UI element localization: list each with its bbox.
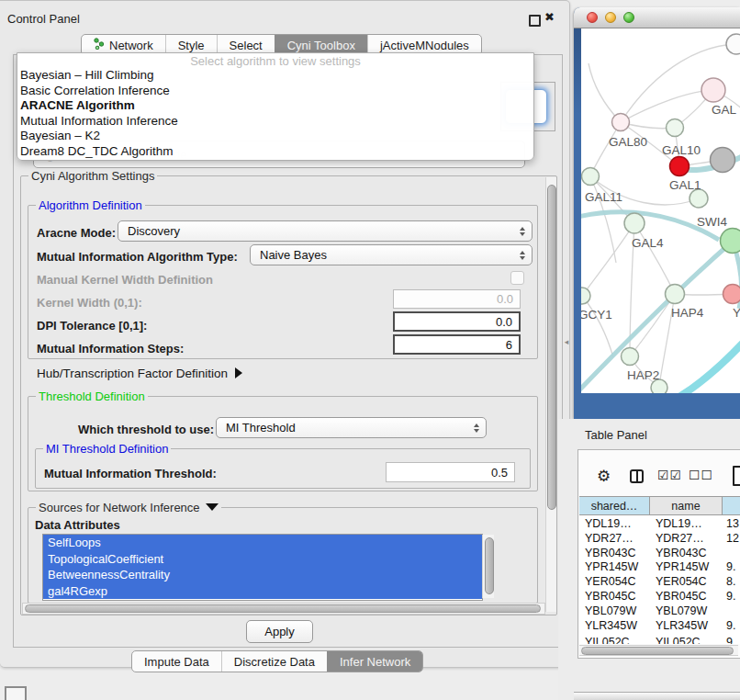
dropdown-item-selected[interactable]: ARACNE Algorithm bbox=[17, 98, 533, 114]
collapse-down-icon[interactable] bbox=[206, 503, 219, 511]
bottom-panel-edge bbox=[574, 692, 740, 700]
node-label: HAP2 bbox=[627, 368, 659, 382]
node-label: GAL11 bbox=[585, 190, 622, 204]
attr-item-selected[interactable]: SelfLoops bbox=[43, 535, 482, 551]
kernel-width-field[interactable]: 0.0 bbox=[393, 289, 521, 309]
node-gal4 bbox=[624, 213, 645, 233]
dropdown-item[interactable]: Dream8 DC_TDC Algorithm bbox=[17, 144, 533, 160]
which-threshold-combobox[interactable]: MI Threshold bbox=[216, 417, 487, 438]
attr-list-scrollbar[interactable] bbox=[482, 535, 494, 598]
node-unlabeled bbox=[726, 34, 740, 54]
minimize-traffic-light-icon[interactable] bbox=[605, 12, 616, 23]
control-panel-window: Control Panel ✖ Network Style Select Cyn… bbox=[0, 0, 570, 668]
node-gal11 bbox=[582, 168, 600, 186]
zoom-traffic-light-icon[interactable] bbox=[623, 12, 634, 23]
network-window-titlebar[interactable] bbox=[574, 7, 740, 28]
mi-type-label: Mutual Information Algorithm Type: bbox=[37, 250, 238, 264]
node-label: GAL80 bbox=[609, 135, 647, 149]
attr-item-selected[interactable]: BetweennessCentrality bbox=[43, 567, 482, 583]
aracne-mode-label: Aracne Mode: bbox=[37, 226, 116, 240]
mi-threshold-label: Mutual Information Threshold: bbox=[44, 467, 217, 480]
which-threshold-label: Which threshold to use: bbox=[78, 423, 214, 436]
attr-item-selected[interactable]: gal4RGexp bbox=[43, 583, 482, 600]
table-row[interactable]: YIL052CYIL052C9 bbox=[579, 636, 740, 644]
node-salmon bbox=[723, 285, 740, 304]
panel-divider-handle[interactable]: ◂ bbox=[562, 334, 571, 349]
manual-kernel-checkbox[interactable] bbox=[510, 271, 524, 285]
stepper-arrows-icon bbox=[474, 423, 479, 433]
node-label: Y bbox=[733, 306, 740, 320]
attr-item-selected[interactable]: TopologicalCoefficient bbox=[43, 551, 482, 568]
column-header-clipped[interactable] bbox=[723, 496, 740, 515]
algorithm-dropdown-popup: Select algorithm to view settings Bayesi… bbox=[17, 52, 534, 161]
mi-threshold-field[interactable]: 0.5 bbox=[386, 462, 515, 482]
stepper-arrows-icon bbox=[520, 251, 525, 260]
node-table[interactable]: YDL19…YDL19…13 YDR27…YDR27…12 YBR043CYBR… bbox=[579, 515, 740, 644]
node-gal80 bbox=[612, 114, 630, 131]
mi-type-combobox[interactable]: Naive Bayes bbox=[250, 244, 533, 265]
column-header-name[interactable]: name bbox=[650, 496, 723, 515]
node-gal-clipped bbox=[701, 78, 725, 102]
table-row[interactable]: YBL079WYBL079W bbox=[579, 604, 740, 619]
network-icon bbox=[94, 38, 105, 52]
node-hap4 bbox=[666, 285, 685, 304]
column-header-shared[interactable]: shared… bbox=[579, 496, 650, 515]
document-icon[interactable] bbox=[733, 466, 740, 486]
node-label: GAL1 bbox=[669, 178, 701, 192]
node-label: GAL10 bbox=[662, 143, 701, 157]
settings-hscrollbar[interactable] bbox=[22, 603, 545, 615]
table-row[interactable]: YLR345WYLR345W9. bbox=[579, 619, 740, 634]
expand-right-icon bbox=[235, 367, 242, 378]
tab-impute-data[interactable]: Impute Data bbox=[132, 651, 221, 672]
table-panel-title: Table Panel bbox=[585, 428, 647, 442]
node-gcy1 bbox=[581, 288, 590, 304]
dropdown-item[interactable]: Bayesian – K2 bbox=[17, 129, 533, 144]
table-row[interactable]: YBR045CYBR045C9. bbox=[579, 590, 740, 604]
tab-infer-network[interactable]: Infer Network bbox=[327, 651, 422, 672]
mi-steps-field[interactable]: 6 bbox=[393, 334, 521, 355]
node-swi4 bbox=[721, 229, 740, 254]
node-gal1-red bbox=[670, 157, 690, 176]
network-canvas[interactable]: GAL GAL80 GAL10 GAL1 GAL11 SWI4 GAL4 GCY… bbox=[581, 28, 740, 393]
table-row[interactable]: YBR043CYBR043C bbox=[579, 547, 740, 561]
tab-discretize-data[interactable]: Discretize Data bbox=[221, 651, 327, 672]
close-icon[interactable]: ✖ bbox=[544, 10, 555, 24]
table-row[interactable]: YER054CYER054C8. bbox=[579, 575, 740, 590]
node-gal10 bbox=[667, 119, 684, 137]
node-gray bbox=[711, 148, 735, 173]
data-attributes-label: Data Attributes bbox=[35, 518, 120, 532]
aracne-mode-combobox[interactable]: Discovery bbox=[118, 220, 533, 242]
settings-scrollbar[interactable] bbox=[545, 177, 556, 612]
dropdown-item[interactable]: Bayesian – Hill Climbing bbox=[17, 68, 533, 84]
network-graph bbox=[581, 28, 740, 393]
dropdown-hint: Select algorithm to view settings bbox=[17, 53, 533, 68]
table-hscrollbar[interactable] bbox=[579, 645, 738, 656]
split-columns-icon[interactable] bbox=[630, 469, 644, 483]
close-traffic-light-icon[interactable] bbox=[587, 12, 598, 23]
control-panel-title: Control Panel bbox=[7, 12, 80, 26]
dpi-tolerance-label: DPI Tolerance [0,1]: bbox=[37, 319, 147, 333]
table-row[interactable]: YPR145WYPR145W9. bbox=[579, 560, 740, 575]
data-attributes-list[interactable]: SelfLoops TopologicalCoefficient Between… bbox=[42, 534, 483, 601]
node-label: GAL bbox=[712, 103, 736, 117]
table-row[interactable]: YDR27…YDR27…12 bbox=[579, 532, 740, 547]
gear-icon[interactable]: ⚙ bbox=[597, 467, 611, 486]
mi-steps-label: Mutual Information Steps: bbox=[37, 342, 184, 356]
node-light-green bbox=[690, 189, 708, 208]
unchecked-boxes-icon[interactable]: ☐☐ bbox=[689, 468, 713, 482]
cyan-edge bbox=[678, 337, 740, 393]
dropdown-item[interactable]: Basic Correlation Inference bbox=[17, 84, 533, 99]
clipped-corner-icon[interactable] bbox=[5, 686, 27, 700]
table-row[interactable]: YDL19…YDL19…13 bbox=[579, 517, 740, 532]
dpi-tolerance-field[interactable]: 0.0 bbox=[393, 311, 521, 332]
checked-boxes-icon[interactable]: ☑☑ bbox=[657, 468, 682, 482]
hub-definition-expander[interactable]: Hub/Transcription Factor Definition bbox=[37, 367, 242, 380]
dropdown-item[interactable]: Mutual Information Inference bbox=[17, 114, 533, 130]
kernel-width-label: Kernel Width (0,1): bbox=[37, 296, 142, 310]
apply-button[interactable]: Apply bbox=[246, 620, 313, 643]
stepper-arrows-icon bbox=[520, 227, 525, 236]
float-window-icon[interactable] bbox=[529, 15, 541, 27]
node-label: SWI4 bbox=[697, 215, 727, 229]
manual-kernel-label: Manual Kernel Width Definition bbox=[37, 273, 213, 287]
node-label: HAP4 bbox=[671, 306, 703, 320]
